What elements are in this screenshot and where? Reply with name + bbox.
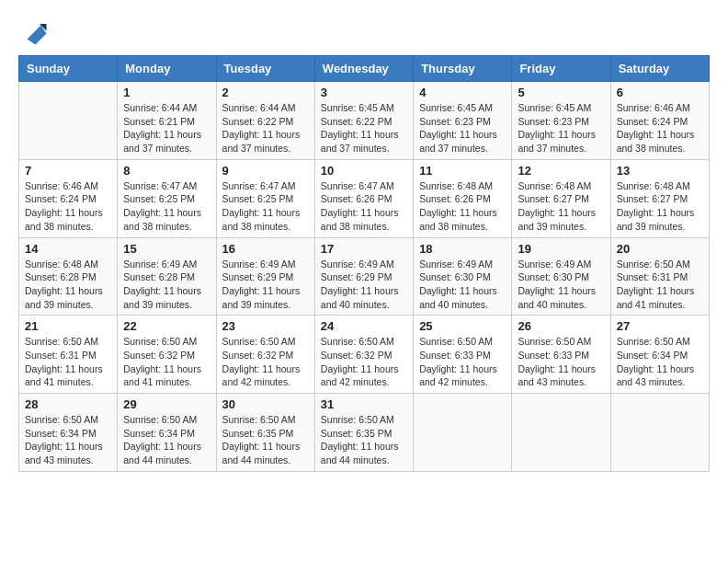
cell-info: Sunrise: 6:50 AMSunset: 6:34 PMDaylight:… [617,335,703,389]
cell-info: Sunrise: 6:50 AMSunset: 6:32 PMDaylight:… [321,335,407,389]
cell-info: Sunrise: 6:48 AMSunset: 6:27 PMDaylight:… [518,179,604,234]
calendar-cell: 18Sunrise: 6:49 AMSunset: 6:30 PMDayligh… [414,237,512,316]
day-number: 19 [518,242,604,256]
week-row-3: 14Sunrise: 6:48 AMSunset: 6:28 PMDayligh… [19,237,710,316]
column-header-wednesday: Wednesday [314,56,413,82]
column-header-friday: Friday [512,56,610,82]
week-row-4: 21Sunrise: 6:50 AMSunset: 6:31 PMDayligh… [19,316,710,394]
cell-info: Sunrise: 6:50 AMSunset: 6:31 PMDaylight:… [617,258,703,312]
day-number: 13 [617,164,703,178]
calendar-cell: 11Sunrise: 6:48 AMSunset: 6:26 PMDayligh… [414,159,512,237]
svg-marker-0 [28,26,47,45]
day-number: 23 [222,319,309,333]
cell-info: Sunrise: 6:49 AMSunset: 6:29 PMDaylight:… [321,258,407,312]
cell-info: Sunrise: 6:50 AMSunset: 6:33 PMDaylight:… [419,335,506,389]
day-number: 30 [222,397,309,411]
cell-info: Sunrise: 6:48 AMSunset: 6:28 PMDaylight:… [25,258,111,312]
calendar-cell: 12Sunrise: 6:48 AMSunset: 6:27 PMDayligh… [512,159,610,237]
calendar-cell: 6Sunrise: 6:46 AMSunset: 6:24 PMDaylight… [610,82,709,160]
day-number: 24 [321,319,407,333]
cell-info: Sunrise: 6:45 AMSunset: 6:23 PMDaylight:… [518,101,604,155]
calendar-cell: 5Sunrise: 6:45 AMSunset: 6:23 PMDaylight… [512,82,610,160]
day-number: 29 [123,397,210,411]
cell-info: Sunrise: 6:50 AMSunset: 6:32 PMDaylight:… [222,335,309,389]
cell-info: Sunrise: 6:44 AMSunset: 6:21 PMDaylight:… [123,101,210,155]
week-row-1: 1Sunrise: 6:44 AMSunset: 6:21 PMDaylight… [19,82,710,160]
calendar-cell: 30Sunrise: 6:50 AMSunset: 6:35 PMDayligh… [216,394,314,472]
calendar-cell [512,394,610,472]
calendar-cell: 31Sunrise: 6:50 AMSunset: 6:35 PMDayligh… [314,394,413,472]
calendar-cell: 24Sunrise: 6:50 AMSunset: 6:32 PMDayligh… [314,316,413,394]
calendar-cell: 19Sunrise: 6:49 AMSunset: 6:30 PMDayligh… [512,237,610,316]
cell-info: Sunrise: 6:49 AMSunset: 6:29 PMDaylight:… [222,258,309,312]
day-number: 12 [518,164,604,178]
day-number: 26 [518,319,604,333]
column-header-sunday: Sunday [19,56,118,82]
calendar-cell: 16Sunrise: 6:49 AMSunset: 6:29 PMDayligh… [216,237,314,316]
calendar-cell: 27Sunrise: 6:50 AMSunset: 6:34 PMDayligh… [610,316,709,394]
day-number: 25 [419,319,506,333]
column-header-thursday: Thursday [414,56,512,82]
day-number: 17 [321,242,407,256]
day-number: 1 [123,86,210,99]
calendar-cell [414,394,512,472]
page-header [18,18,710,46]
calendar-table: SundayMondayTuesdayWednesdayThursdayFrid… [18,55,710,472]
day-number: 15 [123,242,210,256]
cell-info: Sunrise: 6:46 AMSunset: 6:24 PMDaylight:… [617,101,703,155]
calendar-cell: 17Sunrise: 6:49 AMSunset: 6:29 PMDayligh… [314,237,413,316]
calendar-cell: 9Sunrise: 6:47 AMSunset: 6:25 PMDaylight… [216,159,314,237]
calendar-cell: 21Sunrise: 6:50 AMSunset: 6:31 PMDayligh… [19,316,118,394]
calendar-cell: 3Sunrise: 6:45 AMSunset: 6:22 PMDaylight… [314,82,413,160]
cell-info: Sunrise: 6:44 AMSunset: 6:22 PMDaylight:… [222,101,309,155]
cell-info: Sunrise: 6:50 AMSunset: 6:35 PMDaylight:… [222,413,309,467]
cell-info: Sunrise: 6:45 AMSunset: 6:23 PMDaylight:… [419,101,506,155]
cell-info: Sunrise: 6:48 AMSunset: 6:27 PMDaylight:… [617,179,703,234]
cell-info: Sunrise: 6:50 AMSunset: 6:32 PMDaylight:… [123,335,210,389]
cell-info: Sunrise: 6:48 AMSunset: 6:26 PMDaylight:… [419,179,506,234]
cell-info: Sunrise: 6:46 AMSunset: 6:24 PMDaylight:… [25,179,111,234]
calendar-cell: 28Sunrise: 6:50 AMSunset: 6:34 PMDayligh… [19,394,118,472]
header-row: SundayMondayTuesdayWednesdayThursdayFrid… [19,56,710,82]
day-number: 7 [25,164,111,178]
day-number: 14 [25,242,111,256]
day-number: 2 [222,86,309,99]
calendar-cell: 20Sunrise: 6:50 AMSunset: 6:31 PMDayligh… [610,237,709,316]
cell-info: Sunrise: 6:47 AMSunset: 6:26 PMDaylight:… [321,179,407,234]
cell-info: Sunrise: 6:47 AMSunset: 6:25 PMDaylight:… [222,179,309,234]
column-header-monday: Monday [118,56,216,82]
calendar-cell: 4Sunrise: 6:45 AMSunset: 6:23 PMDaylight… [414,82,512,160]
calendar-cell: 10Sunrise: 6:47 AMSunset: 6:26 PMDayligh… [314,159,413,237]
day-number: 11 [419,164,506,178]
calendar-cell: 2Sunrise: 6:44 AMSunset: 6:22 PMDaylight… [216,82,314,160]
week-row-2: 7Sunrise: 6:46 AMSunset: 6:24 PMDaylight… [19,159,710,237]
calendar-cell [610,394,709,472]
calendar-cell [19,82,118,160]
calendar-cell: 25Sunrise: 6:50 AMSunset: 6:33 PMDayligh… [414,316,512,394]
cell-info: Sunrise: 6:49 AMSunset: 6:30 PMDaylight:… [419,258,506,312]
day-number: 16 [222,242,309,256]
calendar-cell: 8Sunrise: 6:47 AMSunset: 6:25 PMDaylight… [118,159,216,237]
day-number: 9 [222,164,309,178]
logo [18,18,48,46]
day-number: 5 [518,86,604,99]
day-number: 3 [321,86,407,99]
calendar-cell: 7Sunrise: 6:46 AMSunset: 6:24 PMDaylight… [19,159,118,237]
cell-info: Sunrise: 6:50 AMSunset: 6:34 PMDaylight:… [123,413,210,467]
day-number: 18 [419,242,506,256]
calendar-cell: 29Sunrise: 6:50 AMSunset: 6:34 PMDayligh… [118,394,216,472]
cell-info: Sunrise: 6:50 AMSunset: 6:31 PMDaylight:… [25,335,111,389]
cell-info: Sunrise: 6:49 AMSunset: 6:30 PMDaylight:… [518,258,604,312]
day-number: 6 [617,86,703,99]
logo-icon [20,18,48,46]
day-number: 27 [617,319,703,333]
calendar-cell: 13Sunrise: 6:48 AMSunset: 6:27 PMDayligh… [610,159,709,237]
cell-info: Sunrise: 6:50 AMSunset: 6:35 PMDaylight:… [321,413,407,467]
calendar-cell: 1Sunrise: 6:44 AMSunset: 6:21 PMDaylight… [118,82,216,160]
day-number: 21 [25,319,111,333]
calendar-cell: 26Sunrise: 6:50 AMSunset: 6:33 PMDayligh… [512,316,610,394]
day-number: 28 [25,397,111,411]
column-header-tuesday: Tuesday [216,56,314,82]
day-number: 31 [321,397,407,411]
day-number: 22 [123,319,210,333]
